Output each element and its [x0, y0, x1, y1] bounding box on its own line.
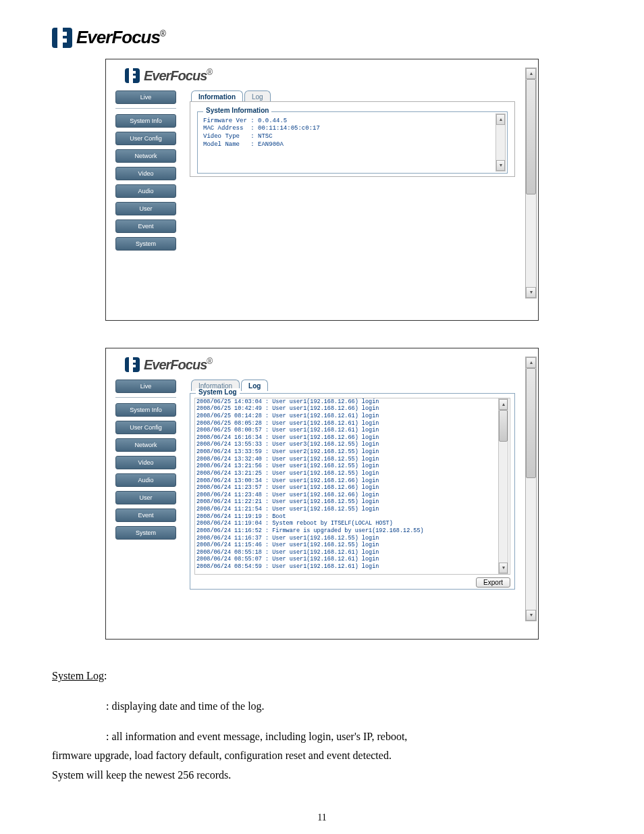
- system-info-values: Firmware Ver : 0.0.44.5 MAC Address : 00…: [203, 118, 502, 149]
- body-line-info-1: : all information and event message, inc…: [106, 727, 592, 747]
- scroll-up-icon[interactable]: ▴: [526, 357, 536, 368]
- tab-information[interactable]: Information: [191, 90, 243, 102]
- nav-system[interactable]: System: [115, 526, 176, 540]
- log-entry[interactable]: 2008/06/25 08:00:57 : User user1(192.168…: [195, 427, 510, 434]
- log-entry[interactable]: 2008/06/24 13:33:59 : User user2(192.168…: [195, 448, 510, 456]
- nav-audio[interactable]: Audio: [115, 473, 176, 487]
- log-entry[interactable]: 2008/06/24 13:00:34 : User user1(192.168…: [195, 477, 510, 485]
- nav-network[interactable]: Network: [115, 438, 176, 452]
- side-navigation: Live System Info User Config Network Vid…: [115, 90, 176, 255]
- log-entry[interactable]: 2008/06/25 08:14:28 : User user1(192.168…: [195, 413, 510, 420]
- side-navigation: Live System Info User Config Network Vid…: [115, 380, 176, 544]
- log-entry[interactable]: 2008/06/24 16:16:34 : User user1(192.168…: [195, 434, 510, 442]
- system-log-legend: System Log: [196, 388, 240, 396]
- export-button[interactable]: Export: [476, 577, 510, 588]
- log-entry[interactable]: 2008/06/24 13:21:56 : User user1(192.168…: [195, 463, 510, 470]
- page-header-logo: EverFocus®: [52, 27, 592, 48]
- everfocus-logo-icon: [52, 28, 72, 48]
- nav-system[interactable]: System: [115, 237, 176, 251]
- brand-name: EverFocus®: [76, 27, 165, 48]
- log-entry[interactable]: 2008/06/24 11:16:37 : User user1(192.168…: [195, 535, 510, 542]
- system-information-legend: System Information: [203, 107, 271, 114]
- outer-scrollbar[interactable]: ▴ ▾: [525, 68, 537, 298]
- scroll-up-icon[interactable]: ▴: [526, 68, 536, 79]
- scroll-up-icon[interactable]: ▴: [496, 114, 505, 125]
- log-entry[interactable]: 2008/06/24 08:54:59 : User user1(192.168…: [195, 563, 510, 571]
- scroll-down-icon[interactable]: ▾: [526, 287, 536, 298]
- section-heading-system-log: System Log: [52, 670, 104, 681]
- app-logo: EverFocus®: [115, 68, 529, 84]
- body-line-info-3: System will keep the newest 256 records.: [52, 766, 592, 785]
- tab-log[interactable]: Log: [241, 380, 268, 391]
- scroll-down-icon[interactable]: ▾: [499, 563, 508, 573]
- nav-event[interactable]: Event: [115, 509, 176, 522]
- tab-bar: Information Log: [191, 380, 515, 391]
- tab-log[interactable]: Log: [244, 90, 271, 102]
- information-panel: System Information Firmware Ver : 0.0.44…: [190, 101, 515, 177]
- nav-user[interactable]: User: [115, 491, 176, 504]
- outer-scrollbar[interactable]: ▴ ▾: [525, 357, 537, 621]
- nav-user-config[interactable]: User Config: [115, 421, 176, 434]
- document-body-text: System Log: : displaying date and time o…: [52, 667, 592, 785]
- nav-live[interactable]: Live: [115, 380, 176, 393]
- log-entry[interactable]: 2008/06/24 13:21:25 : User user1(192.168…: [195, 470, 510, 477]
- everfocus-logo-icon: [125, 357, 140, 372]
- nav-video[interactable]: Video: [115, 456, 176, 469]
- scroll-down-icon[interactable]: ▾: [526, 610, 536, 621]
- screenshot-system-information: EverFocus® Live System Info User Config …: [105, 59, 539, 321]
- log-entry[interactable]: 2008/06/24 08:55:18 : User user1(192.168…: [195, 549, 510, 556]
- everfocus-logo-icon: [125, 68, 140, 83]
- log-entry[interactable]: 2008/06/24 11:19:19 : Boot: [195, 513, 510, 521]
- nav-system-info[interactable]: System Info: [115, 403, 176, 417]
- nav-event[interactable]: Event: [115, 219, 176, 233]
- log-entry[interactable]: 2008/06/24 11:15:46 : User user1(192.168…: [195, 542, 510, 549]
- log-entry[interactable]: 2008/06/24 13:55:33 : User user3(192.168…: [195, 441, 510, 448]
- app-logo: EverFocus®: [115, 357, 529, 373]
- log-entry[interactable]: 2008/06/24 11:23:48 : User user1(192.168…: [195, 492, 510, 499]
- log-entry[interactable]: 2008/06/25 08:05:28 : User user1(192.168…: [195, 420, 510, 427]
- log-entry[interactable]: 2008/06/24 08:55:07 : User user1(192.168…: [195, 556, 510, 563]
- nav-audio[interactable]: Audio: [115, 184, 176, 198]
- nav-user-config[interactable]: User Config: [115, 132, 176, 145]
- page-number: 11: [52, 812, 592, 823]
- nav-video[interactable]: Video: [115, 167, 176, 180]
- nav-live[interactable]: Live: [115, 90, 176, 104]
- body-line-info-2: firmware upgrade, load factory default, …: [52, 746, 592, 766]
- screenshot-system-log: EverFocus® Live System Info User Config …: [105, 348, 539, 640]
- nav-user[interactable]: User: [115, 202, 176, 215]
- log-entry[interactable]: 2008/06/24 11:19:04 : System reboot by I…: [195, 520, 510, 527]
- scroll-down-icon[interactable]: ▾: [496, 160, 505, 171]
- log-entry[interactable]: 2008/06/24 11:21:54 : User user1(192.168…: [195, 506, 510, 513]
- system-log-listbox[interactable]: 2008/06/25 14:03:04 : User user1(192.168…: [194, 398, 510, 575]
- log-entry[interactable]: 2008/06/24 11:23:57 : User user1(192.168…: [195, 484, 510, 492]
- log-entry[interactable]: 2008/06/24 13:32:40 : User user1(192.168…: [195, 456, 510, 463]
- log-entry[interactable]: 2008/06/24 11:22:21 : User user1(192.168…: [195, 498, 510, 506]
- log-entry[interactable]: 2008/06/24 11:16:52 : Firmware is upgrad…: [195, 527, 510, 535]
- log-entry[interactable]: 2008/06/25 10:42:49 : User user1(192.168…: [195, 405, 510, 413]
- nav-system-info[interactable]: System Info: [115, 114, 176, 128]
- nav-network[interactable]: Network: [115, 149, 176, 163]
- scroll-up-icon[interactable]: ▴: [499, 399, 508, 410]
- log-entry[interactable]: 2008/06/25 14:03:04 : User user1(192.168…: [195, 398, 510, 406]
- body-line-date: : displaying date and time of the log.: [106, 697, 592, 716]
- tab-bar: Information Log: [191, 90, 515, 102]
